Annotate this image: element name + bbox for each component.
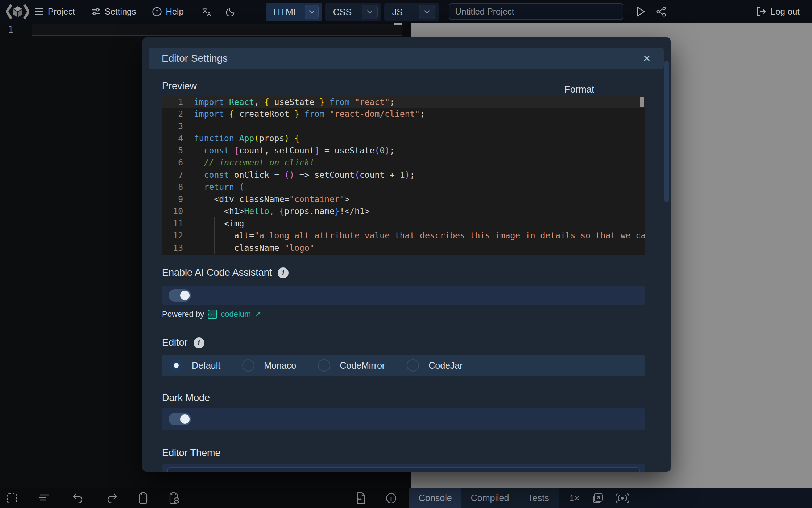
zoom-level[interactable]: 1×	[569, 493, 579, 503]
redo-icon[interactable]	[104, 488, 120, 508]
moon-icon[interactable]	[226, 7, 236, 17]
translate-icon[interactable]: A	[202, 7, 212, 17]
indent-guide	[194, 144, 194, 254]
info-icon[interactable]: i	[278, 267, 289, 278]
code-line[interactable]: 12 alt="a long alt attribute value that …	[162, 230, 645, 242]
tab-compiled[interactable]: Compiled	[461, 488, 519, 508]
dark-mode-toggle[interactable]	[169, 413, 191, 425]
radio-default[interactable]: Default	[170, 359, 220, 372]
svg-text:?: ?	[156, 9, 158, 15]
project-name-input[interactable]	[449, 3, 624, 20]
hamburger-icon	[34, 7, 44, 17]
code-line[interactable]: 4function App(props) {	[162, 132, 645, 145]
tab-html-label: HTML	[274, 7, 298, 17]
code-line[interactable]: 7 const onClick = () => setCount(count +…	[162, 169, 645, 181]
preview-section-label: Preview	[162, 81, 197, 92]
logout-button[interactable]: Log out	[756, 7, 800, 17]
ai-assistant-toggle[interactable]	[169, 289, 191, 302]
share-icon[interactable]	[656, 7, 666, 17]
tab-js-label: JS	[392, 7, 403, 17]
chevron-down-icon[interactable]	[362, 5, 378, 19]
radio-codemirror[interactable]: CodeMirror	[318, 359, 385, 372]
toggle-knob	[180, 291, 190, 300]
sliders-icon	[91, 7, 101, 17]
app-logo-icon[interactable]	[4, 2, 32, 21]
code-line[interactable]: 6 // increment on click!	[162, 157, 645, 169]
code-line[interactable]: 9 <div className="container">	[162, 193, 645, 205]
code-line[interactable]: 13 className="logo"	[162, 242, 645, 254]
modal-scrollbar-thumb[interactable]	[664, 61, 669, 202]
line-text: return (	[183, 182, 244, 192]
powered-by: Powered by {··} codeium ↗	[162, 310, 261, 319]
radio-codejar[interactable]: CodeJar	[407, 359, 463, 372]
dark-mode-row	[162, 408, 645, 430]
radio-monaco-label: Monaco	[264, 360, 296, 371]
tab-css[interactable]: CSS	[325, 3, 381, 21]
line-number: 2	[162, 109, 183, 119]
line-text: <h1>Hello, {props.name}!</h1>	[183, 206, 370, 216]
line-number: 13	[162, 243, 183, 253]
code-preview[interactable]: 1import React, { useState } from "react"…	[162, 96, 645, 255]
line-text: className="logo"	[183, 243, 314, 253]
svg-text:A: A	[207, 11, 211, 17]
modal-title: Editor Settings	[162, 53, 228, 64]
line-number: 8	[162, 182, 183, 192]
close-icon[interactable]: ✕	[643, 53, 651, 64]
info-circle-icon[interactable]	[383, 488, 399, 508]
undo-icon[interactable]	[70, 488, 86, 508]
run-play-icon[interactable]	[636, 7, 646, 17]
code-line[interactable]: 2import { createRoot } from "react-dom/c…	[162, 108, 645, 120]
tab-tests[interactable]: Tests	[518, 488, 558, 508]
code-lines: 1import React, { useState } from "react"…	[162, 96, 645, 254]
align-left-icon[interactable]	[36, 488, 52, 508]
ai-assistant-label: Enable AI Code Assistant	[162, 267, 272, 278]
format-button[interactable]: Format	[564, 84, 594, 95]
line-text: import { createRoot } from "react-dom/cl…	[183, 109, 425, 119]
menu-settings[interactable]: Settings	[91, 7, 136, 17]
broadcast-icon[interactable]	[614, 488, 631, 508]
file-link-icon[interactable]	[352, 488, 369, 508]
code-line[interactable]: 3	[162, 120, 645, 132]
menu-project-label: Project	[48, 7, 75, 17]
editor-choice-label: Editor	[162, 337, 188, 348]
menu-settings-label: Settings	[105, 7, 136, 17]
code-line[interactable]: 8 return (	[162, 181, 645, 193]
code-line[interactable]: 5 const [count, setCount] = useState(0);	[162, 144, 645, 157]
code-line[interactable]: 1import React, { useState } from "react"…	[162, 96, 645, 108]
codeium-icon: {··}	[208, 310, 217, 319]
tab-console[interactable]: Console	[409, 488, 461, 508]
bottom-right-section: Console Compiled Tests 1×	[409, 488, 812, 508]
codeium-link[interactable]: codeium	[221, 310, 251, 319]
radio-monaco[interactable]: Monaco	[242, 359, 296, 372]
tab-html[interactable]: HTML	[266, 3, 322, 21]
line-number: 12	[162, 231, 183, 240]
line-text: alt="a long alt attribute value that des…	[183, 231, 645, 240]
dark-mode-label: Dark Mode	[162, 392, 210, 403]
external-arrow-icon: ↗	[254, 310, 261, 319]
code-scrollbar-thumb[interactable]	[640, 97, 644, 107]
logout-icon	[756, 7, 766, 17]
menu-help[interactable]: ? Help	[152, 7, 183, 17]
chevron-down-icon[interactable]	[305, 5, 319, 19]
selection-box-icon[interactable]	[4, 488, 20, 508]
clipboard-paste-icon[interactable]	[166, 488, 183, 508]
line-text: <div className="container">	[183, 194, 349, 204]
menu-project[interactable]: Project	[34, 7, 75, 17]
code-line[interactable]: 10 <h1>Hello, {props.name}!</h1>	[162, 205, 645, 218]
editor-choice-heading: Editor i	[162, 337, 204, 348]
chevron-down-icon[interactable]	[419, 5, 435, 19]
clipboard-icon[interactable]	[135, 488, 152, 508]
radio-codemirror-label: CodeMirror	[340, 360, 385, 371]
editor-first-line[interactable]	[32, 24, 402, 36]
radio-codejar-label: CodeJar	[428, 360, 463, 371]
external-link-icon[interactable]	[589, 488, 606, 508]
editor-theme-select[interactable]	[167, 467, 640, 472]
info-icon[interactable]: i	[194, 337, 204, 348]
editor-settings-modal: Editor Settings ✕ Preview Format 1import…	[142, 37, 671, 472]
modal-header: Editor Settings ✕	[149, 48, 664, 69]
code-line[interactable]: 11 <img	[162, 217, 645, 230]
tab-js[interactable]: JS	[384, 3, 439, 21]
preview-label-text: Preview	[162, 81, 197, 92]
editor-scrollbar[interactable]	[394, 23, 402, 25]
output-tabs: Console Compiled Tests	[409, 488, 559, 508]
